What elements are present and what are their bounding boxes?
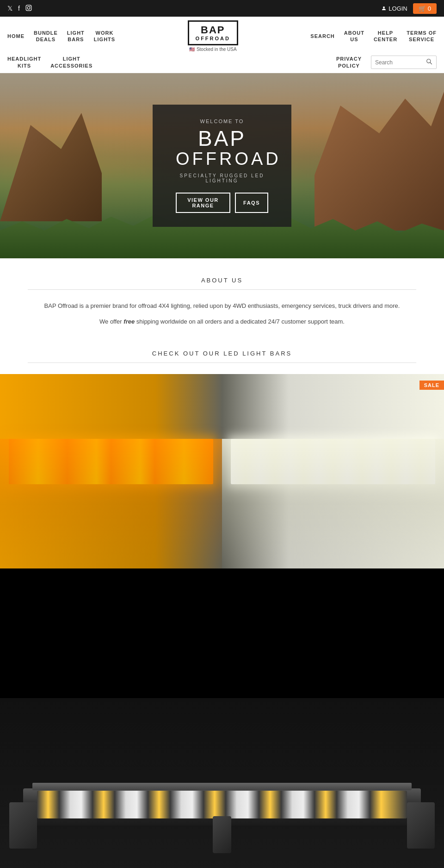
led-divider (28, 362, 416, 363)
ground-reflection-white (222, 439, 444, 568)
nav-main: HOME BUNDLEDEALS LIGHTBARS WORKLIGHTS BA… (7, 17, 437, 54)
nav-left: HOME BUNDLEDEALS LIGHTBARS WORKLIGHTS (7, 30, 115, 43)
login-link[interactable]: LOGIN (381, 5, 407, 12)
nav-wrapper: HOME BUNDLEDEALS LIGHTBARS WORKLIGHTS BA… (0, 17, 444, 73)
nav-secondary-right: PRIVACYPOLICY (336, 56, 437, 69)
svg-rect-0 (26, 5, 31, 11)
logo-stocked: Stocked in the USA (197, 47, 237, 52)
nav-work-lights[interactable]: WORKLIGHTS (94, 30, 115, 43)
top-bar: 𝕏 f LOGIN 🛒 0 (0, 0, 444, 17)
svg-point-4 (427, 59, 431, 63)
logo-subtitle: 🇺🇸 Stocked in the USA (189, 47, 237, 52)
hero-title-offroad: OFFROAD (176, 150, 268, 168)
nav-search[interactable]: SEARCH (310, 33, 334, 39)
cart-button[interactable]: 🛒 0 (413, 3, 437, 14)
ground-reflection-amber (0, 439, 222, 568)
flag-icon: 🇺🇸 (189, 47, 195, 52)
hero-welcome-text: WELCOME TO (176, 119, 268, 124)
svg-line-5 (430, 62, 432, 64)
led-section-title: CHECK OUT OUR LED LIGHT BARS (28, 350, 416, 357)
nav-light-bars[interactable]: LIGHTBARS (67, 30, 85, 43)
mount-bracket-center (213, 816, 231, 853)
logo-box: BAP OFFROAD (188, 20, 238, 45)
instagram-icon[interactable] (25, 5, 32, 12)
logo-offroad-text: OFFROAD (196, 36, 230, 41)
about-divider (28, 289, 416, 290)
svg-point-2 (30, 6, 30, 6)
sale-badge: SALE (419, 381, 444, 390)
nav-light-accessories[interactable]: LIGHTACCESSORIES (50, 56, 92, 69)
nav-home[interactable]: HOME (7, 33, 25, 39)
bar-top-strip (32, 783, 412, 790)
logo-bap-text: BAP (201, 25, 225, 36)
search-input[interactable] (375, 59, 426, 66)
social-icons: 𝕏 f (7, 5, 32, 12)
product-section: SALE 20 INCH HAWK SERIES LED LIGHT BAR ☆… (0, 374, 444, 868)
nav-about-us[interactable]: ABOUTUS (344, 30, 364, 43)
mount-bracket-right (407, 802, 435, 849)
about-text-2: We offer free shipping worldwide on all … (28, 317, 416, 327)
view-range-button[interactable]: VIEW OUR RANGE (176, 193, 230, 213)
svg-point-3 (383, 6, 385, 8)
bar-leds (37, 791, 407, 818)
nav-secondary-left: HEADLIGHTKITS LIGHTACCESSORIES (7, 56, 92, 69)
light-bar-glow-image (0, 374, 444, 698)
about-text-1: BAP Offroad is a premier brand for offro… (28, 301, 416, 311)
hero-subtitle: SPECIALTY RUGGED LED LIGHTING (176, 173, 268, 183)
nav-secondary: HEADLIGHTKITS LIGHTACCESSORIES PRIVACYPO… (7, 54, 437, 73)
about-title: ABOUT US (28, 277, 416, 284)
twitter-icon[interactable]: 𝕏 (7, 5, 12, 12)
nav-terms[interactable]: TERMS OFSERVICE (407, 30, 437, 43)
led-section: CHECK OUT OUR LED LIGHT BARS (0, 341, 444, 363)
svg-point-1 (27, 6, 30, 9)
logo[interactable]: BAP OFFROAD 🇺🇸 Stocked in the USA (188, 20, 238, 52)
search-box (371, 56, 437, 69)
nav-help-center[interactable]: HELPCENTER (374, 30, 397, 43)
hero-buttons: VIEW OUR RANGE FAQS (176, 193, 268, 213)
about-section: ABOUT US BAP Offroad is a premier brand … (0, 258, 444, 341)
hero-section: WELCOME TO BAP OFFROAD SPECIALTY RUGGED … (0, 73, 444, 258)
top-right: LOGIN 🛒 0 (381, 3, 437, 14)
nav-headlight-kits[interactable]: HEADLIGHTKITS (7, 56, 41, 69)
nav-privacy[interactable]: PRIVACYPOLICY (336, 56, 362, 69)
mount-bracket-left (9, 802, 37, 849)
hero-overlay: WELCOME TO BAP OFFROAD SPECIALTY RUGGED … (153, 105, 291, 227)
bar-body (23, 788, 421, 825)
faqs-button[interactable]: FAQS (235, 193, 268, 213)
light-bar-physical-image (0, 698, 444, 868)
hero-title-bap: BAP (176, 128, 268, 149)
search-button[interactable] (426, 58, 432, 66)
facebook-icon[interactable]: f (18, 5, 20, 12)
nav-bundle-deals[interactable]: BUNDLEDEALS (34, 30, 58, 43)
nav-right: SEARCH ABOUTUS HELPCENTER TERMS OFSERVIC… (310, 30, 437, 43)
